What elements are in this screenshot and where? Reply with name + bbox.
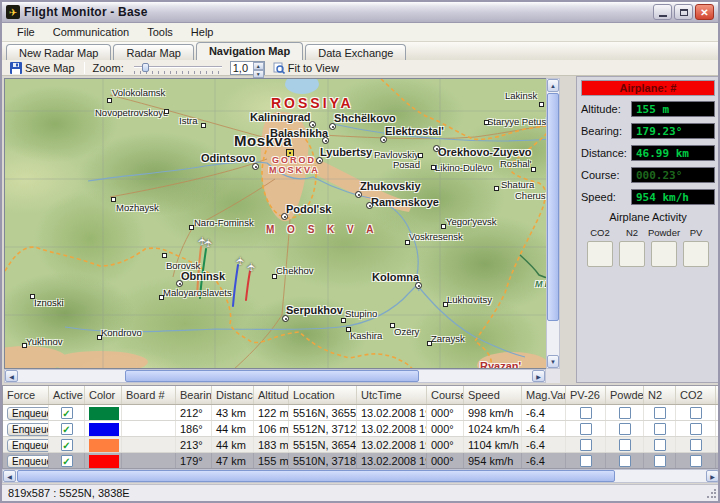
menu-item-tools[interactable]: Tools	[138, 24, 182, 40]
active-checkbox[interactable]: ✓	[61, 439, 73, 451]
map-vscroll-thumb[interactable]	[547, 93, 559, 321]
title-bar[interactable]: ✈ Flight Monitor - Base ✕	[2, 2, 718, 23]
pv26-checkbox[interactable]	[580, 407, 592, 419]
column-header-co2[interactable]: CO2	[676, 386, 716, 404]
zoom-spin-down[interactable]: ▼	[253, 70, 264, 78]
activity-button-n2[interactable]	[619, 241, 645, 267]
active-checkbox[interactable]: ✓	[61, 455, 73, 467]
save-map-button[interactable]: Save Map	[5, 61, 80, 75]
column-header-distance[interactable]: Distance	[212, 386, 254, 404]
map-scroll-up-button[interactable]: ▲	[547, 79, 559, 92]
enqueue-button[interactable]: Enqueue	[7, 455, 49, 468]
table-row[interactable]: Enqueue✓186°44 km106 m5512N, 3712E13.02.…	[3, 421, 719, 437]
aircraft-table: ForceActiveColorBoard #BearingDistanceAl…	[2, 385, 720, 469]
table-scroll-right-button[interactable]: ▶	[706, 470, 719, 482]
activity-button-co2[interactable]	[587, 241, 613, 267]
column-header-speed[interactable]: Speed	[464, 386, 522, 404]
activity-col: N2	[617, 227, 647, 267]
map-scroll-left-button[interactable]: ◀	[5, 370, 18, 382]
powder-checkbox[interactable]	[619, 439, 631, 451]
column-header-bearing[interactable]: Bearing	[176, 386, 212, 404]
menu-item-communication[interactable]: Communication	[44, 24, 138, 40]
zoom-slider[interactable]	[132, 62, 224, 74]
field-row: Course:000.23°	[581, 167, 715, 183]
map-marker-town	[201, 123, 206, 128]
co2-checkbox[interactable]	[690, 439, 702, 451]
powder-checkbox[interactable]	[619, 407, 631, 419]
minimize-button[interactable]	[653, 4, 672, 20]
table-row[interactable]: Enqueue✓213°44 km183 m5515N, 3654E13.02.…	[3, 437, 719, 453]
table-hscroll-thumb[interactable]	[17, 470, 615, 482]
color-swatch	[89, 455, 119, 468]
map-scroll-right-button[interactable]: ▶	[532, 370, 545, 382]
enqueue-button[interactable]: Enqueue	[7, 439, 49, 452]
activity-button-powder[interactable]	[651, 241, 677, 267]
column-header-n2[interactable]: N2	[644, 386, 676, 404]
close-button[interactable]: ✕	[695, 4, 714, 20]
menu-item-file[interactable]: File	[8, 24, 44, 40]
cell-board	[122, 421, 176, 436]
powder-checkbox[interactable]	[619, 423, 631, 435]
column-header-mag-var-[interactable]: Mag.Var.	[522, 386, 566, 404]
column-header-location[interactable]: Location	[289, 386, 357, 404]
pv26-checkbox[interactable]	[580, 455, 592, 467]
powder-checkbox[interactable]	[619, 455, 631, 467]
n2-checkbox[interactable]	[654, 423, 666, 435]
cell-powder	[606, 421, 644, 436]
active-checkbox[interactable]: ✓	[61, 407, 73, 419]
column-header-active[interactable]: Active	[49, 386, 85, 404]
map-label: Novopetrovskoye	[95, 107, 168, 118]
pv26-checkbox[interactable]	[580, 439, 592, 451]
airplane-icon[interactable]: ✈	[202, 238, 215, 247]
column-header-c[interactable]: C	[716, 386, 720, 404]
co2-checkbox[interactable]	[690, 407, 702, 419]
field-row: Speed:954 km/h	[581, 189, 715, 205]
zoom-spinner[interactable]: 1,0 ▲ ▼	[230, 61, 265, 75]
cell-magvar: -6.4	[522, 437, 566, 452]
zoom-spin-up[interactable]: ▲	[253, 62, 264, 70]
tab-navigation-map[interactable]: Navigation Map	[196, 42, 303, 60]
column-header-altitude[interactable]: Altitude	[254, 386, 289, 404]
enqueue-button[interactable]: Enqueue	[7, 407, 49, 420]
column-header-utctime[interactable]: UtcTime	[357, 386, 427, 404]
co2-checkbox[interactable]	[690, 455, 702, 467]
airplane-icon[interactable]: ✈	[245, 262, 258, 271]
n2-checkbox[interactable]	[654, 407, 666, 419]
table-scroll-left-button[interactable]: ◀	[3, 470, 16, 482]
cell-bearing: 212°	[176, 405, 212, 420]
enqueue-button[interactable]: Enqueue	[7, 423, 49, 436]
map-vscrollbar[interactable]: ▲ ▼	[546, 78, 560, 369]
tab-radar-map[interactable]: Radar Map	[113, 44, 193, 60]
column-header-force[interactable]: Force	[3, 386, 49, 404]
table-hscrollbar[interactable]: ◀ ▶	[2, 469, 720, 483]
n2-checkbox[interactable]	[654, 439, 666, 451]
map-hscroll-thumb[interactable]	[125, 370, 419, 382]
column-header-color[interactable]: Color	[85, 386, 122, 404]
table-row[interactable]: Enqueue✓212°43 km122 m5516N, 3655E13.02.…	[3, 405, 719, 421]
tab-data-exchange[interactable]: Data Exchange	[305, 44, 406, 60]
column-header-powder[interactable]: Powder	[606, 386, 644, 404]
resize-grip[interactable]	[706, 489, 716, 499]
column-header-board-[interactable]: Board #	[122, 386, 176, 404]
co2-checkbox[interactable]	[690, 423, 702, 435]
tab-new-radar-map[interactable]: New Radar Map	[6, 44, 111, 60]
table-row[interactable]: Enqueue✓179°47 km155 m5510N, 3718E13.02.…	[3, 453, 719, 469]
column-header-pv-26[interactable]: PV-26	[566, 386, 606, 404]
activity-button-pv[interactable]	[683, 241, 709, 267]
activity-col: Powder	[649, 227, 679, 267]
n2-checkbox[interactable]	[654, 455, 666, 467]
zoom-value[interactable]: 1,0	[231, 62, 253, 74]
map-marker-town	[390, 323, 395, 328]
fit-to-view-button[interactable]: Fit to View	[268, 61, 344, 75]
navigation-map[interactable]: VolokolamskNovopetrovskoyeIstraROSSIYAKa…	[4, 78, 560, 369]
map-scroll-down-button[interactable]: ▼	[547, 355, 559, 368]
menu-item-help[interactable]: Help	[182, 24, 223, 40]
pv26-checkbox[interactable]	[580, 423, 592, 435]
active-checkbox[interactable]: ✓	[61, 423, 73, 435]
column-header-course[interactable]: Course	[427, 386, 464, 404]
zoom-slider-thumb[interactable]	[142, 63, 149, 72]
map-hscrollbar[interactable]: ◀ ▶	[4, 369, 546, 383]
toolbar-separator	[84, 62, 85, 74]
maximize-button[interactable]	[674, 4, 693, 20]
map-marker-city	[316, 157, 323, 164]
